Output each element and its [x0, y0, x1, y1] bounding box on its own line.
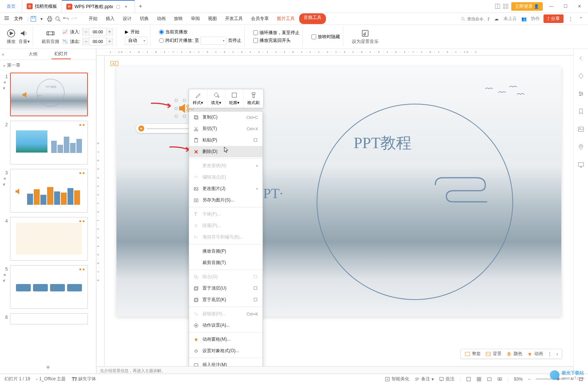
start-dropdown[interactable]: 自动 [125, 37, 147, 45]
float-more-icon[interactable]: ⋮ [548, 351, 552, 357]
menu-tab-picture-tools[interactable]: 图片工具 [273, 13, 298, 24]
missing-font-label[interactable]: T?缺失字体 [72, 376, 96, 382]
print-icon[interactable]: ▾ [38, 16, 45, 22]
layout-icon[interactable] [495, 4, 500, 9]
rs-diamond-icon[interactable] [577, 72, 585, 80]
close-button[interactable]: ✕ [574, 1, 585, 12]
menu-tab-transition[interactable]: 切换 [136, 13, 152, 24]
login-button[interactable]: 立即登录 👤 [511, 2, 543, 11]
notes-button[interactable]: 备注▾ [414, 376, 434, 382]
view-normal-icon[interactable] [466, 377, 471, 382]
menu-tab-start[interactable]: 开始 [85, 13, 101, 24]
thumb-1[interactable]: 1 PPT教程·PPT· [2, 73, 94, 116]
comments-button[interactable]: 批注 [439, 376, 455, 382]
rs-chevron-icon[interactable] [577, 54, 585, 62]
coop-icon[interactable]: 👥 [521, 16, 527, 22]
outline-tab[interactable]: 大纲 [26, 50, 40, 59]
comment-tag-1[interactable]: a1 [110, 61, 118, 66]
search-input[interactable] [467, 17, 489, 21]
tab-close-icon[interactable]: ▾ [125, 4, 130, 9]
bg-music-button[interactable]: 设为背景音乐 [352, 29, 379, 45]
zoom-out-button[interactable]: − [528, 377, 531, 382]
style-button[interactable]: 样式▾ [189, 89, 207, 108]
preview-icon[interactable] [54, 16, 61, 22]
file-menu[interactable]: 文件 [11, 14, 26, 23]
seek-bar[interactable] [146, 128, 192, 129]
menu-tab-audio-tools[interactable]: 音频工具 [299, 13, 326, 24]
thumb-4[interactable]: 4 [2, 217, 94, 261]
fade-in-input[interactable]: −+ [82, 28, 113, 36]
ctx-trim-audio[interactable]: 裁剪音频(T) [189, 257, 262, 268]
section-title[interactable]: 第一章 [0, 60, 96, 71]
view-reading-icon[interactable] [487, 377, 492, 382]
ctx-copy[interactable]: 复制(C)Ctrl+C [189, 111, 262, 123]
across-slides-radio[interactable]: 跨幻灯片播放: 至 页停止 [159, 37, 241, 45]
tab-templates[interactable]: D 找稻壳模板 [22, 0, 62, 13]
menu-tab-insert[interactable]: 插入 [102, 13, 118, 24]
play-icon[interactable] [138, 126, 144, 131]
tab-current-file[interactable]: P WPS PPT教程.pptx ▢ ▾ [62, 0, 135, 13]
ctx-format-object[interactable]: 设置对象格式(O)... [189, 345, 262, 357]
ctx-change-picture[interactable]: 更改图片(J)▸ [189, 183, 262, 194]
rs-settings-icon[interactable] [577, 90, 585, 97]
menu-tab-view[interactable]: 视图 [204, 13, 221, 24]
thumb-5[interactable]: 5 [2, 265, 94, 309]
bg-button[interactable]: 背景 [485, 351, 502, 357]
tab-window-icon[interactable]: ▢ [116, 4, 121, 9]
volume-button[interactable]: 音量▾ [19, 29, 30, 45]
return-checkbox[interactable]: 播放完返回开头 [253, 37, 300, 44]
menu-tab-slideshow[interactable]: 放映 [170, 13, 186, 24]
ctx-paste[interactable]: 粘贴(P) [189, 134, 262, 146]
ctx-insert-comment[interactable]: 插入批注(M) [189, 359, 262, 366]
rs-location-icon[interactable] [577, 143, 585, 151]
expand-icon[interactable]: ⌃ [578, 16, 584, 22]
grid-icon[interactable] [503, 4, 508, 9]
menu-tab-design[interactable]: 设计 [119, 13, 135, 24]
anim-button[interactable]: 动画 [527, 351, 543, 357]
redo-icon[interactable] [71, 16, 77, 22]
ctx-action[interactable]: 动作设置(A)... [189, 320, 262, 331]
cloud-icon[interactable]: ☁ [493, 16, 500, 22]
ctx-animation-pane[interactable]: 动画窗格(M)... [189, 334, 262, 345]
theme-label[interactable]: ▫ 1_Office 主题 [36, 376, 66, 382]
hide-checkbox[interactable]: 放映时隐藏 [311, 34, 340, 40]
ctx-play-audio[interactable]: 播放音频(P) [189, 246, 262, 257]
panel-collapse-icon[interactable]: « [2, 52, 4, 57]
menu-tab-devtools[interactable]: 开发工具 [221, 13, 247, 24]
menu-tab-review[interactable]: 审阅 [187, 13, 204, 24]
more-icon[interactable]: ⋮ [567, 16, 574, 22]
add-slide-button[interactable]: + [0, 360, 96, 375]
ctx-send-back[interactable]: 置于底层(K) [189, 294, 262, 305]
cloud-status[interactable]: 未上云 [503, 16, 517, 22]
menu-tab-animation[interactable]: 动画 [153, 13, 169, 24]
trim-audio-button[interactable]: 裁剪音频 [42, 29, 59, 45]
thumb-6[interactable]: 6 [2, 313, 94, 324]
format-painter-button[interactable]: 格式刷 [244, 89, 263, 108]
float-next-icon[interactable]: › [556, 351, 558, 357]
slide-canvas[interactable]: PPT教程 ·PPT· [116, 67, 561, 317]
undo-icon[interactable] [63, 16, 69, 22]
print-icon[interactable] [46, 16, 53, 22]
thumb-2[interactable]: 2 [2, 121, 94, 164]
view-slideshow-icon[interactable] [497, 377, 502, 382]
coop-label[interactable]: 协作 [531, 16, 540, 22]
outline-button[interactable]: 轮廓▾ [225, 89, 244, 108]
current-page-radio[interactable]: 当前页播放 [159, 29, 241, 35]
maximize-button[interactable]: ☐ [560, 1, 571, 12]
fill-button[interactable]: 填充▾ [207, 89, 225, 108]
color-button[interactable]: 颜色 [506, 351, 522, 357]
fullset-button[interactable]: 整套 [465, 351, 481, 357]
hamburger-icon[interactable] [4, 15, 10, 22]
loop-checkbox[interactable]: 循环播放，直至停止 [253, 30, 300, 36]
rs-present-icon[interactable] [577, 161, 585, 168]
fade-out-input[interactable]: −+ [82, 37, 113, 46]
rs-image-icon[interactable] [577, 126, 585, 133]
save-icon[interactable] [30, 16, 37, 22]
slides-tab[interactable]: 幻灯片 [52, 49, 71, 59]
thumb-3[interactable]: 3 [2, 169, 94, 213]
ctx-cut[interactable]: 剪切(T)Ctrl+X [189, 123, 262, 134]
ctx-save-as-picture[interactable]: 另存为图片(S)... [189, 194, 262, 206]
tab-home[interactable]: 首页 [0, 0, 22, 13]
beautify-button[interactable]: 智能美化 [385, 376, 409, 382]
ctx-bring-front[interactable]: 置于顶层(U) [189, 283, 262, 294]
